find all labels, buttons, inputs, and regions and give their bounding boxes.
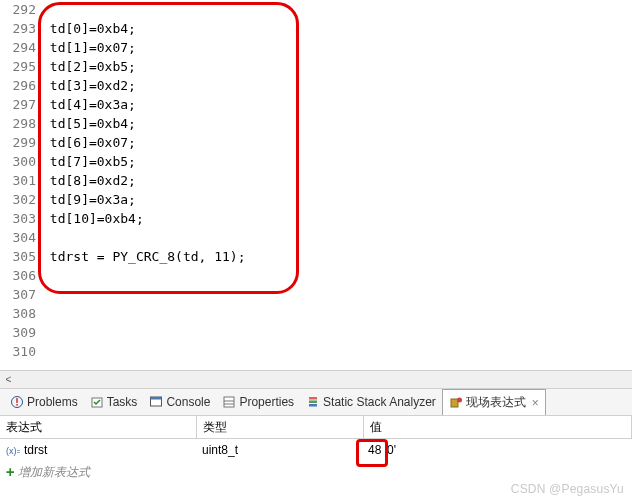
line-number: 292 — [0, 0, 36, 19]
svg-rect-11 — [309, 404, 317, 407]
plus-icon: + — [6, 464, 14, 480]
variable-icon: (x)= — [6, 444, 20, 456]
line-number: 301 — [0, 171, 36, 190]
tab-console[interactable]: Console — [143, 389, 216, 415]
column-header-name[interactable]: 表达式 — [0, 416, 197, 438]
code-editor[interactable]: 2922932942952962972982993003013023033043… — [0, 0, 632, 370]
tab-live-expressions[interactable]: 现场表达式 × — [442, 389, 546, 417]
svg-rect-5 — [151, 397, 162, 400]
code-line[interactable] — [42, 228, 632, 247]
svg-rect-2 — [16, 404, 18, 406]
code-line[interactable]: td[3]=0xd2; — [42, 76, 632, 95]
code-line[interactable] — [42, 266, 632, 285]
tab-problems[interactable]: Problems — [4, 389, 84, 415]
code-area[interactable]: td[0]=0xb4; td[1]=0x07; td[2]=0xb5; td[3… — [42, 0, 632, 370]
code-line[interactable] — [42, 304, 632, 323]
line-number: 310 — [0, 342, 36, 361]
tab-problems-label: Problems — [27, 395, 78, 409]
line-number: 304 — [0, 228, 36, 247]
line-number: 296 — [0, 76, 36, 95]
tab-tasks[interactable]: Tasks — [84, 389, 144, 415]
code-line[interactable] — [42, 323, 632, 342]
svg-rect-12 — [451, 399, 458, 407]
tab-live-expressions-label: 现场表达式 — [466, 394, 526, 411]
tab-tasks-label: Tasks — [107, 395, 138, 409]
tab-console-label: Console — [166, 395, 210, 409]
code-line[interactable]: td[4]=0x3a; — [42, 95, 632, 114]
code-line[interactable]: td[9]=0x3a; — [42, 190, 632, 209]
problems-icon — [10, 395, 24, 409]
line-number: 309 — [0, 323, 36, 342]
expression-name-cell[interactable]: (x)= tdrst — [0, 443, 196, 457]
code-line[interactable] — [42, 285, 632, 304]
code-line[interactable]: td[7]=0xb5; — [42, 152, 632, 171]
expressions-panel: (x)= tdrst uint8_t 48 '0' + 增加新表达式 — [0, 439, 632, 483]
column-header-value[interactable]: 值 — [364, 416, 632, 438]
code-line[interactable]: td[8]=0xd2; — [42, 171, 632, 190]
code-line[interactable] — [42, 0, 632, 19]
tab-properties-label: Properties — [239, 395, 294, 409]
line-number: 307 — [0, 285, 36, 304]
svg-rect-9 — [309, 397, 317, 400]
expression-name-text: tdrst — [24, 443, 47, 457]
live-expr-icon — [449, 396, 463, 410]
line-number: 302 — [0, 190, 36, 209]
line-gutter: 2922932942952962972982993003013023033043… — [0, 0, 42, 370]
line-number: 305 — [0, 247, 36, 266]
code-line[interactable]: td[10]=0xb4; — [42, 209, 632, 228]
code-line[interactable]: td[5]=0xb4; — [42, 114, 632, 133]
tab-static-stack-label: Static Stack Analyzer — [323, 395, 436, 409]
line-number: 303 — [0, 209, 36, 228]
line-number: 306 — [0, 266, 36, 285]
watermark: CSDN @PegasusYu — [511, 482, 624, 496]
expression-value-cell: 48 '0' — [362, 443, 632, 457]
expression-row[interactable]: (x)= tdrst uint8_t 48 '0' — [0, 439, 632, 461]
add-expression-row[interactable]: + 增加新表达式 — [0, 461, 632, 483]
line-number: 293 — [0, 19, 36, 38]
line-number: 308 — [0, 304, 36, 323]
line-number: 300 — [0, 152, 36, 171]
svg-rect-10 — [309, 401, 317, 404]
expressions-header: 表达式 类型 值 — [0, 416, 632, 439]
console-icon — [149, 395, 163, 409]
code-line[interactable]: td[1]=0x07; — [42, 38, 632, 57]
line-number: 298 — [0, 114, 36, 133]
expression-type-cell: uint8_t — [196, 443, 362, 457]
code-line[interactable]: td[2]=0xb5; — [42, 57, 632, 76]
svg-rect-1 — [16, 398, 18, 403]
svg-point-13 — [457, 397, 462, 402]
column-header-type[interactable]: 类型 — [197, 416, 364, 438]
properties-icon — [222, 395, 236, 409]
line-number: 294 — [0, 38, 36, 57]
code-line[interactable]: td[0]=0xb4; — [42, 19, 632, 38]
scroll-left-button[interactable]: < — [0, 371, 17, 388]
line-number: 295 — [0, 57, 36, 76]
bottom-tabbar: Problems Tasks Console Properties Static… — [0, 388, 632, 416]
close-icon[interactable]: × — [532, 396, 539, 410]
code-line[interactable]: td[6]=0x07; — [42, 133, 632, 152]
add-expression-label: 增加新表达式 — [18, 464, 90, 481]
svg-text:(x)=: (x)= — [6, 446, 20, 456]
scroll-track[interactable] — [17, 371, 632, 388]
editor-horizontal-scrollbar[interactable]: < — [0, 370, 632, 388]
tasks-icon — [90, 395, 104, 409]
tab-static-stack[interactable]: Static Stack Analyzer — [300, 389, 442, 415]
line-number: 297 — [0, 95, 36, 114]
svg-rect-6 — [224, 397, 234, 407]
stack-icon — [306, 395, 320, 409]
code-line[interactable] — [42, 342, 632, 361]
code-line[interactable]: tdrst = PY_CRC_8(td, 11); — [42, 247, 632, 266]
line-number: 299 — [0, 133, 36, 152]
tab-properties[interactable]: Properties — [216, 389, 300, 415]
